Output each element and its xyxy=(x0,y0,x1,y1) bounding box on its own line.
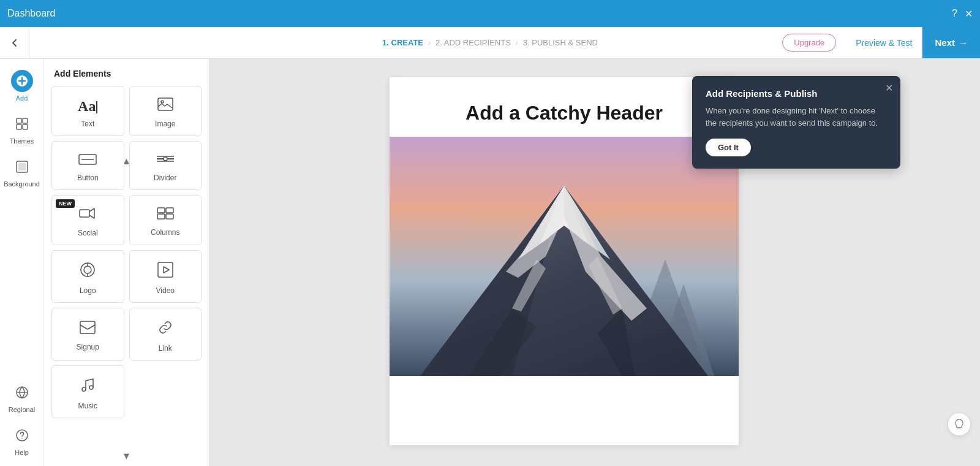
link-icon xyxy=(157,319,173,339)
canvas-header: Add a Catchy Header xyxy=(390,77,739,137)
element-music[interactable]: Music xyxy=(51,365,124,418)
step-publish[interactable]: 3. PUBLISH & SEND xyxy=(523,38,598,47)
music-icon xyxy=(80,377,95,397)
svg-rect-22 xyxy=(166,214,173,219)
svg-point-30 xyxy=(82,388,86,391)
title-bar: Dashboard ? ✕ xyxy=(0,0,980,27)
svg-rect-19 xyxy=(157,208,165,213)
step-create[interactable]: 1. CREATE xyxy=(382,38,423,47)
sidebar-background-label: Background xyxy=(4,180,40,188)
signup-icon xyxy=(80,321,96,338)
canvas-area: Add a Catchy Header xyxy=(209,59,919,466)
svg-point-24 xyxy=(84,266,91,273)
element-social[interactable]: NEW Social xyxy=(51,195,124,245)
main-layout: Add Themes Background Regional xyxy=(0,59,980,466)
divider-label: Divider xyxy=(154,174,176,182)
step-arrow-2: › xyxy=(516,39,518,47)
element-image[interactable]: Image xyxy=(129,86,202,136)
logo-icon xyxy=(80,262,96,281)
elements-panel: ▲ Add Elements Aa Text Image Button xyxy=(44,59,209,466)
icon-sidebar: Add Themes Background Regional xyxy=(0,59,44,466)
nav-right: Upgrade Preview & Test Next → xyxy=(782,27,980,58)
columns-label: Columns xyxy=(151,228,179,237)
email-canvas: Add a Catchy Header xyxy=(390,77,739,445)
button-icon xyxy=(78,153,97,169)
steps-breadcrumb: 1. CREATE › 2. ADD RECIPIENTS › 3. PUBLI… xyxy=(382,38,598,47)
social-label: Social xyxy=(78,229,98,237)
sidebar-item-background[interactable]: Background xyxy=(0,150,43,193)
sidebar-add-label: Add xyxy=(16,94,28,102)
close-icon[interactable]: ✕ xyxy=(965,8,973,20)
svg-point-9 xyxy=(21,438,23,439)
tooltip-body: When you're done designing hit 'Next' to… xyxy=(706,105,887,129)
element-columns[interactable]: Columns xyxy=(129,195,202,245)
canvas-heading: Add a Catchy Header xyxy=(414,102,714,124)
svg-rect-27 xyxy=(158,262,173,277)
element-text[interactable]: Aa Text xyxy=(51,86,124,136)
svg-point-31 xyxy=(89,386,93,389)
tooltip-title: Add Recipients & Publish xyxy=(706,88,887,99)
right-gutter xyxy=(919,59,980,466)
text-icon: Aa xyxy=(78,98,97,115)
svg-rect-18 xyxy=(80,210,89,217)
back-button[interactable] xyxy=(0,27,29,59)
svg-marker-28 xyxy=(164,267,169,273)
next-button[interactable]: Next → xyxy=(922,27,980,58)
app-title: Dashboard xyxy=(7,8,55,19)
elements-panel-title: Add Elements xyxy=(44,59,209,86)
nav-bar: 1. CREATE › 2. ADD RECIPIENTS › 3. PUBLI… xyxy=(0,27,980,59)
sidebar-item-help[interactable]: Help xyxy=(0,418,43,461)
canvas-image xyxy=(390,137,739,376)
logo-label: Logo xyxy=(80,286,96,295)
element-video[interactable]: Video xyxy=(129,250,202,303)
next-arrow: → xyxy=(959,37,968,48)
lightbulb-icon[interactable] xyxy=(948,413,970,435)
columns-icon xyxy=(157,207,174,223)
got-it-button[interactable]: Got It xyxy=(706,139,751,156)
panel-scroll-down[interactable]: ▼ xyxy=(119,449,134,464)
image-icon xyxy=(157,97,173,115)
tooltip-close[interactable]: ✕ xyxy=(885,82,893,94)
element-button[interactable]: Button xyxy=(51,141,124,190)
element-link[interactable]: Link xyxy=(129,308,202,361)
element-signup[interactable]: Signup xyxy=(51,308,124,361)
svg-rect-10 xyxy=(158,98,173,110)
music-label: Music xyxy=(78,402,97,410)
sidebar-regional-label: Regional xyxy=(9,406,35,413)
sidebar-item-themes[interactable]: Themes xyxy=(0,107,43,150)
svg-rect-1 xyxy=(17,118,21,123)
help-icon[interactable]: ? xyxy=(952,8,957,19)
divider-icon xyxy=(157,153,174,169)
step-arrow-1: › xyxy=(428,39,431,47)
sidebar-item-regional[interactable]: Regional xyxy=(0,375,43,418)
sidebar-help-label: Help xyxy=(15,449,29,456)
elements-grid: Aa Text Image Button xyxy=(44,86,209,426)
element-logo[interactable]: Logo xyxy=(51,250,124,303)
next-label: Next xyxy=(935,37,955,48)
step-recipients[interactable]: 2. ADD RECIPIENTS xyxy=(435,38,511,47)
svg-rect-21 xyxy=(157,214,165,219)
svg-rect-2 xyxy=(23,118,28,123)
svg-rect-3 xyxy=(17,124,21,129)
upgrade-button[interactable]: Upgrade xyxy=(782,34,836,52)
svg-rect-6 xyxy=(18,163,26,170)
video-label: Video xyxy=(156,286,175,295)
link-label: Link xyxy=(159,344,172,353)
svg-point-17 xyxy=(164,157,167,161)
new-badge: NEW xyxy=(56,199,75,208)
element-divider[interactable]: Divider xyxy=(129,141,202,190)
tooltip-popup: ✕ Add Recipients & Publish When you're d… xyxy=(692,76,900,169)
video-icon xyxy=(157,262,173,281)
preview-button[interactable]: Preview & Test xyxy=(846,27,922,58)
svg-rect-29 xyxy=(80,321,95,334)
svg-point-11 xyxy=(161,101,164,103)
svg-rect-20 xyxy=(166,208,173,213)
button-label: Button xyxy=(77,174,99,182)
text-label: Text xyxy=(81,120,94,128)
image-label: Image xyxy=(155,120,175,128)
sidebar-themes-label: Themes xyxy=(10,137,34,145)
svg-rect-4 xyxy=(23,124,28,129)
sidebar-item-add[interactable]: Add xyxy=(0,64,43,107)
social-icon xyxy=(79,207,96,224)
signup-label: Signup xyxy=(77,343,99,351)
